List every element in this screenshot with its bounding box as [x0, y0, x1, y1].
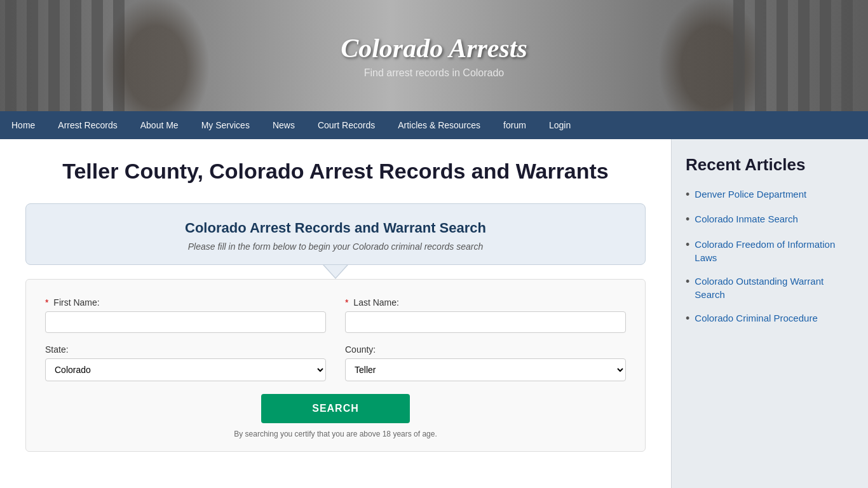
list-item: Colorado Inmate Search: [686, 212, 854, 227]
location-row: State: Colorado County: Teller: [45, 344, 626, 381]
search-btn-row: SEARCH: [45, 394, 626, 423]
search-card-subtitle: Please fill in the form below to begin y…: [45, 241, 626, 252]
state-select[interactable]: Colorado: [45, 358, 326, 381]
sidebar-title: Recent Articles: [686, 155, 854, 175]
bars-right-decoration: [728, 0, 868, 111]
nav-home[interactable]: Home: [0, 111, 46, 139]
article-link-inmate-search[interactable]: Colorado Inmate Search: [695, 212, 798, 226]
article-link-denver-police[interactable]: Denver Police Department: [695, 187, 806, 201]
article-link-freedom-info[interactable]: Colorado Freedom of Information Laws: [695, 238, 854, 264]
main-container: Teller County, Colorado Arrest Records a…: [0, 139, 868, 488]
content-area: Teller County, Colorado Arrest Records a…: [0, 139, 671, 488]
header-content: Colorado Arrests Find arrest records in …: [341, 33, 527, 79]
first-name-required-star: *: [45, 297, 48, 308]
nav-about-me[interactable]: About Me: [129, 111, 190, 139]
county-group: County: Teller: [345, 344, 626, 381]
list-item: Denver Police Department: [686, 187, 854, 202]
site-title: Colorado Arrests: [341, 33, 527, 64]
nav-news[interactable]: News: [261, 111, 306, 139]
list-item: Colorado Criminal Procedure: [686, 311, 854, 326]
nav-articles-resources[interactable]: Articles & Resources: [386, 111, 492, 139]
recent-articles-list: Denver Police Department Colorado Inmate…: [686, 187, 854, 326]
first-name-input[interactable]: [45, 311, 326, 333]
arrow-down-icon: [323, 265, 348, 279]
article-link-criminal-procedure[interactable]: Colorado Criminal Procedure: [695, 311, 817, 325]
last-name-label-text: Last Name:: [353, 297, 399, 308]
name-row: * First Name: * Last Name:: [45, 297, 626, 333]
list-item: Colorado Outstanding Warrant Search: [686, 274, 854, 301]
first-name-label: * First Name:: [45, 297, 326, 308]
search-button[interactable]: SEARCH: [261, 394, 410, 423]
nav-forum[interactable]: forum: [492, 111, 538, 139]
last-name-label: * Last Name:: [345, 297, 626, 308]
last-name-group: * Last Name:: [345, 297, 626, 333]
search-form-container: * First Name: * Last Name: State:: [25, 279, 646, 452]
nav-my-services[interactable]: My Services: [190, 111, 261, 139]
nav-court-records[interactable]: Court Records: [306, 111, 386, 139]
nav-arrest-records[interactable]: Arrest Records: [46, 111, 128, 139]
search-card: Colorado Arrest Records and Warrant Sear…: [25, 203, 646, 265]
first-name-group: * First Name:: [45, 297, 326, 333]
article-link-warrant-search[interactable]: Colorado Outstanding Warrant Search: [695, 274, 854, 301]
search-card-title: Colorado Arrest Records and Warrant Sear…: [45, 220, 626, 236]
last-name-input[interactable]: [345, 311, 626, 333]
county-select[interactable]: Teller: [345, 358, 626, 381]
state-label: State:: [45, 344, 326, 355]
last-name-required-star: *: [345, 297, 348, 308]
site-subtitle: Find arrest records in Colorado: [341, 67, 527, 79]
nav-login[interactable]: Login: [538, 111, 582, 139]
county-label: County:: [345, 344, 626, 355]
list-item: Colorado Freedom of Information Laws: [686, 238, 854, 264]
form-disclaimer: By searching you certify that you are ab…: [45, 430, 626, 438]
site-header: Colorado Arrests Find arrest records in …: [0, 0, 868, 111]
page-title: Teller County, Colorado Arrest Records a…: [25, 158, 646, 184]
state-group: State: Colorado: [45, 344, 326, 381]
sidebar: Recent Articles Denver Police Department…: [671, 139, 868, 488]
first-name-label-text: First Name:: [53, 297, 99, 308]
main-nav: Home Arrest Records About Me My Services…: [0, 111, 868, 139]
